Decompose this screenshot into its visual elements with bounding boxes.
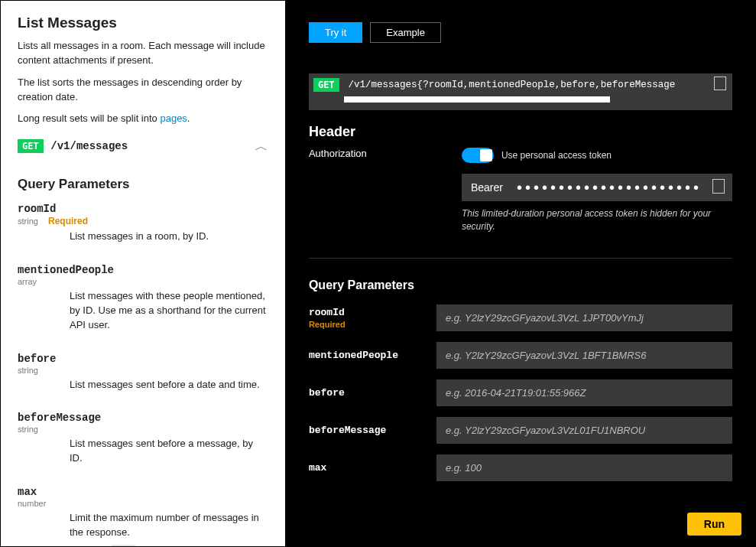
- description-3: Long result sets will be split into page…: [18, 112, 268, 126]
- param-roomId: roomId string Required List messages in …: [18, 203, 268, 244]
- param-desc: List messages sent before a message, by …: [70, 437, 268, 466]
- param-desc: List messages in a room, by ID.: [70, 230, 268, 244]
- param-desc: Limit the maximum number of messages in …: [70, 511, 268, 540]
- default-value: 50: [111, 545, 135, 546]
- param-desc: List messages sent before a date and tim…: [70, 378, 268, 392]
- param-name: roomId: [18, 203, 268, 215]
- required-label: Required: [309, 320, 427, 329]
- qp-name: beforeMessage: [309, 425, 427, 436]
- qp-name: roomId: [309, 307, 427, 318]
- header-heading: Header: [309, 124, 732, 140]
- method-badge: GET: [313, 78, 339, 92]
- qp-row-mentionedPeople: mentionedPeople: [309, 342, 732, 369]
- required-label: Required: [48, 216, 88, 226]
- bearer-label: Bearer: [471, 181, 503, 194]
- try-it-panel: Try it Example GET /v1/messages{?roomId,…: [286, 1, 755, 546]
- param-name: before: [18, 353, 268, 365]
- qp-name: max: [309, 462, 427, 474]
- docs-panel: List Messages Lists all messages in a ro…: [1, 1, 286, 546]
- query-params-heading: Query Parameters: [309, 278, 732, 292]
- pages-link[interactable]: pages: [160, 112, 187, 124]
- param-type: string: [18, 366, 268, 375]
- param-before: before string List messages sent before …: [18, 353, 268, 392]
- token-masked: ••••••••••••••••••••••: [517, 184, 702, 191]
- url-text: /v1/messages{?roomId,mentionedPeople,bef…: [349, 80, 676, 90]
- auth-label: Authorization: [309, 148, 439, 159]
- url-progress-bar: [344, 96, 610, 103]
- copy-icon[interactable]: [714, 181, 725, 194]
- qp-row-beforeMessage: beforeMessage: [309, 417, 732, 444]
- beforeMessage-input[interactable]: [436, 417, 732, 444]
- toggle-label: Use personal access token: [501, 150, 612, 161]
- page-title: List Messages: [18, 15, 268, 31]
- param-type: string: [18, 217, 38, 226]
- before-input[interactable]: [436, 379, 732, 406]
- qp-name: mentionedPeople: [309, 350, 427, 361]
- query-params-form: Query Parameters roomId Required mention…: [309, 278, 732, 492]
- method-badge: GET: [18, 139, 44, 153]
- param-desc: List messages with these people mentione…: [70, 289, 268, 333]
- auth-row: Authorization Use personal access token …: [309, 148, 732, 233]
- tab-example[interactable]: Example: [370, 22, 441, 43]
- url-bar: GET /v1/messages{?roomId,mentionedPeople…: [309, 73, 732, 110]
- qp-row-max: max: [309, 454, 732, 481]
- chevron-up-icon[interactable]: ︿: [255, 137, 268, 155]
- divider: [309, 258, 732, 259]
- param-name: mentionedPeople: [18, 264, 268, 276]
- param-type: number: [18, 499, 268, 508]
- param-max: max number Limit the maximum number of m…: [18, 486, 268, 546]
- query-params-heading: Query Parameters: [18, 177, 268, 192]
- param-name: beforeMessage: [18, 412, 268, 424]
- endpoint-row: GET /v1/messages ︿: [18, 137, 268, 155]
- token-hint: This limited-duration personal access to…: [462, 207, 732, 233]
- description-1: Lists all messages in a room. Each messa…: [18, 39, 268, 68]
- param-beforeMessage: beforeMessage string List messages sent …: [18, 412, 268, 466]
- qp-name: before: [309, 387, 427, 399]
- max-input[interactable]: [436, 454, 732, 481]
- roomId-input[interactable]: [436, 304, 732, 331]
- param-type: array: [18, 277, 268, 286]
- qp-row-before: before: [309, 379, 732, 406]
- mentionedPeople-input[interactable]: [436, 342, 732, 369]
- run-button[interactable]: Run: [687, 513, 741, 536]
- bearer-box: Bearer ••••••••••••••••••••••: [462, 174, 732, 201]
- tab-try-it[interactable]: Try it: [309, 22, 362, 43]
- tabs: Try it Example: [309, 22, 732, 43]
- description-2: The list sorts the messages in descendin…: [18, 76, 268, 105]
- default-row: Default: 50: [70, 545, 268, 546]
- endpoint-path: /v1/messages: [50, 140, 128, 152]
- param-name: max: [18, 486, 268, 498]
- qp-row-roomId: roomId Required: [309, 304, 732, 331]
- copy-icon[interactable]: [715, 78, 726, 90]
- param-mentionedPeople: mentionedPeople array List messages with…: [18, 264, 268, 333]
- personal-token-toggle[interactable]: [462, 148, 494, 163]
- param-type: string: [18, 425, 268, 434]
